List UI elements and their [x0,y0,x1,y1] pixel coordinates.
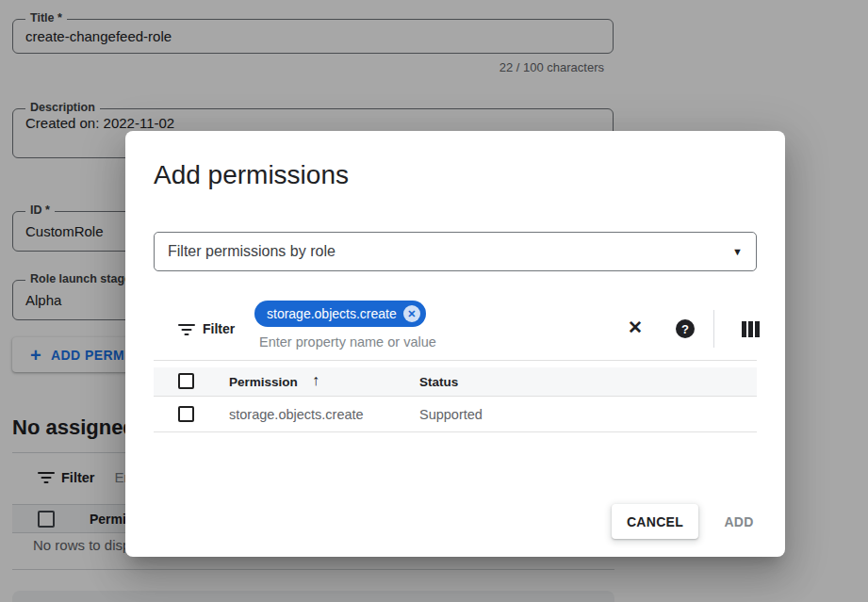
permission-cell: storage.objects.create [229,407,364,422]
toolbar-filter-label: Filter [203,321,235,336]
chevron-down-icon: ▼ [732,246,743,257]
add-button[interactable]: ADD [709,504,769,539]
table-row: storage.objects.create Supported [154,397,757,432]
sort-ascending-icon[interactable]: ↑ [312,372,319,389]
filter-chip-label: storage.objects.create [267,306,397,321]
permissions-table: Permission ↑ Status storage.objects.crea… [154,367,757,432]
filter-input[interactable] [259,334,542,350]
clear-filter-icon[interactable]: ✕ [628,318,643,336]
help-icon[interactable]: ? [676,319,695,338]
filter-icon [178,324,195,335]
dialog-title: Add permissions [154,160,349,190]
column-display-icon[interactable] [742,321,760,337]
filter-chip[interactable]: storage.objects.create ✕ [254,301,426,327]
permissions-table-header: Permission ↑ Status [154,367,757,397]
filter-permissions-by-role-select[interactable]: Filter permissions by role ▼ [154,232,757,271]
role-select-placeholder: Filter permissions by role [168,243,336,260]
divider [713,310,714,348]
status-cell: Supported [419,407,483,422]
chip-remove-icon[interactable]: ✕ [403,305,420,322]
permission-column-header[interactable]: Permission [229,375,298,389]
status-column-header: Status [419,375,458,389]
select-all-checkbox[interactable] [178,373,194,389]
row-checkbox[interactable] [178,406,194,422]
permissions-filter-toolbar: Filter storage.objects.create ✕ ✕ ? [154,297,757,361]
cancel-button[interactable]: CANCEL [612,504,698,539]
add-permissions-dialog: Add permissions Filter permissions by ro… [125,131,785,557]
